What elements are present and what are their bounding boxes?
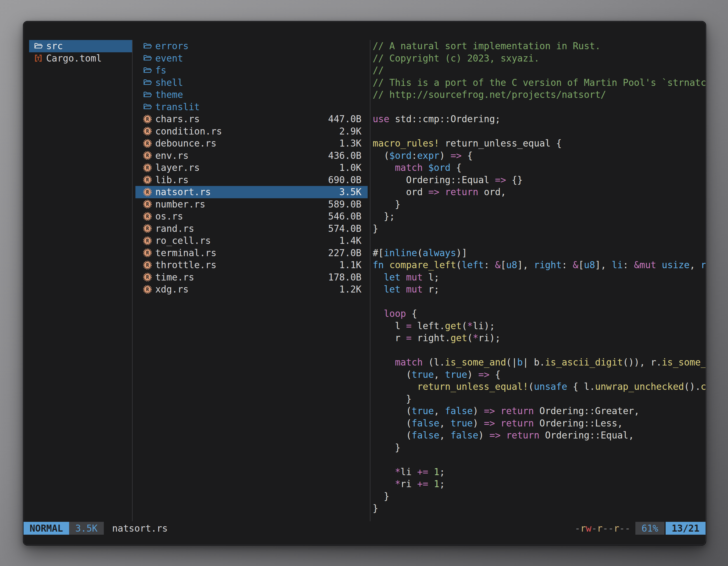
scroll-percent-badge: 61% — [635, 522, 664, 535]
file-row-natsort.rs[interactable]: Rnatsort.rs3.5K — [135, 186, 368, 198]
rust-icon: R — [143, 248, 152, 258]
code-line: return_unless_equal!(unsafe { l.unwrap_u… — [373, 380, 706, 393]
file-row-event[interactable]: event — [135, 52, 368, 65]
cursor-position-badge: 13/21 — [666, 522, 706, 535]
code-line: (false, false) => return Ordering::Equal… — [373, 429, 706, 441]
file-size: 178.0B — [328, 272, 361, 283]
status-bar-left: NORMAL 3.5K natsort.rs — [24, 522, 168, 535]
rust-icon: R — [143, 175, 152, 185]
code-line: } — [373, 393, 706, 405]
file-name: event — [155, 53, 359, 64]
code-line: // — [373, 64, 706, 77]
svg-text:R: R — [146, 116, 149, 122]
file-row-fs[interactable]: fs — [135, 64, 368, 77]
file-name: time.rs — [155, 272, 326, 283]
svg-text:R: R — [146, 128, 149, 134]
folder-open-icon — [143, 102, 152, 112]
file-preview-pane[interactable]: // A natural sort implementation in Rust… — [373, 40, 706, 520]
file-row-os.rs[interactable]: Ros.rs546.0B — [135, 210, 368, 223]
yazi-file-manager-window: srcCargo.toml errorseventfsshellthemetra… — [23, 21, 706, 546]
file-permissions: -rw-r--r-- — [575, 523, 630, 534]
status-bar-right: -rw-r--r-- 61% 13/21 — [575, 522, 706, 535]
pane-separator — [132, 40, 133, 521]
file-name: natsort.rs — [155, 187, 337, 198]
code-line — [373, 125, 706, 138]
file-size: 1.3K — [339, 138, 361, 149]
rust-icon: R — [143, 285, 152, 294]
rust-icon: R — [143, 139, 152, 148]
file-row-ro_cell.rs[interactable]: Rro_cell.rs1.4K — [135, 235, 368, 247]
file-row-lib.rs[interactable]: Rlib.rs690.0B — [135, 174, 368, 186]
rust-icon: R — [143, 151, 152, 160]
file-name: chars.rs — [155, 114, 326, 125]
code-line: let mut r; — [373, 283, 706, 295]
file-row-chars.rs[interactable]: Rchars.rs447.0B — [135, 113, 368, 125]
svg-text:R: R — [146, 286, 149, 292]
file-row-number.rs[interactable]: Rnumber.rs589.0B — [135, 198, 368, 211]
file-name: Cargo.toml — [46, 53, 102, 64]
code-line — [373, 235, 706, 247]
code-line: match $ord { — [373, 162, 706, 174]
code-line: } — [373, 198, 706, 211]
file-row-throttle.rs[interactable]: Rthrottle.rs1.1K — [135, 259, 368, 271]
file-row-shell[interactable]: shell — [135, 77, 368, 89]
svg-text:R: R — [146, 214, 149, 219]
rust-icon: R — [143, 187, 152, 197]
file-row-translit[interactable]: translit — [135, 101, 368, 113]
svg-text:R: R — [146, 141, 149, 146]
code-line: // Copyright (c) 2023, sxyazi. — [373, 52, 706, 65]
file-name: xdg.rs — [155, 284, 337, 295]
code-line: loop { — [373, 307, 706, 320]
code-line: l = left.get(*li); — [373, 320, 706, 332]
mode-badge: NORMAL — [24, 522, 69, 535]
code-line: ord => return ord, — [373, 186, 706, 198]
folder-open-icon — [143, 66, 152, 75]
current-directory-pane[interactable]: errorseventfsshellthemetranslitRchars.rs… — [135, 40, 368, 295]
file-row-errors[interactable]: errors — [135, 40, 368, 52]
code-line: *li += 1; — [373, 466, 706, 478]
file-row-terminal.rs[interactable]: Rterminal.rs227.0B — [135, 247, 368, 259]
file-row-env.rs[interactable]: Renv.rs436.0B — [135, 150, 368, 162]
code-line: r = right.get(*ri); — [373, 332, 706, 344]
file-name: env.rs — [155, 150, 326, 161]
parent-item-src[interactable]: src — [29, 40, 132, 52]
file-row-time.rs[interactable]: Rtime.rs178.0B — [135, 271, 368, 283]
svg-text:R: R — [146, 226, 149, 231]
file-name: throttle.rs — [155, 260, 337, 271]
file-row-xdg.rs[interactable]: Rxdg.rs1.2K — [135, 283, 368, 295]
file-row-rand.rs[interactable]: Rrand.rs574.0B — [135, 223, 368, 235]
rust-icon: R — [143, 126, 152, 136]
file-name: ro_cell.rs — [155, 235, 337, 246]
rust-icon: R — [143, 236, 152, 246]
file-size: 227.0B — [328, 248, 361, 259]
code-line: // http://sourcefrog.net/projects/natsor… — [373, 89, 706, 101]
file-row-layer.rs[interactable]: Rlayer.rs1.0K — [135, 162, 368, 174]
code-line: ($ord:expr) => { — [373, 150, 706, 162]
file-name: layer.rs — [155, 162, 337, 173]
file-name: errors — [155, 41, 359, 51]
code-line: use std::cmp::Ordering; — [373, 113, 706, 125]
file-row-debounce.rs[interactable]: Rdebounce.rs1.3K — [135, 137, 368, 150]
status-bar: NORMAL 3.5K natsort.rs -rw-r--r-- 61% 13… — [24, 522, 706, 535]
parent-directory-pane[interactable]: srcCargo.toml — [29, 40, 132, 64]
file-name: condition.rs — [155, 126, 337, 137]
code-line: fn compare_left(left: &[u8], right: &[u8… — [373, 259, 706, 271]
code-line — [373, 454, 706, 466]
file-name: translit — [155, 102, 359, 112]
pane-separator — [370, 40, 370, 521]
svg-text:R: R — [146, 153, 149, 158]
file-size: 3.5K — [339, 187, 361, 198]
parent-item-Cargo.toml[interactable]: Cargo.toml — [29, 52, 132, 65]
file-size: 436.0B — [328, 150, 361, 161]
rust-icon: R — [143, 273, 152, 282]
rust-icon: R — [143, 212, 152, 221]
file-name: terminal.rs — [155, 248, 326, 259]
folder-open-icon — [143, 53, 152, 63]
file-name: debounce.rs — [155, 138, 337, 149]
code-line: *ri += 1; — [373, 478, 706, 490]
code-line: (false, true) => return Ordering::Less, — [373, 417, 706, 429]
file-row-condition.rs[interactable]: Rcondition.rs2.9K — [135, 125, 368, 138]
code-line: (true, false) => return Ordering::Greate… — [373, 405, 706, 417]
code-line: } — [373, 490, 706, 502]
file-row-theme[interactable]: theme — [135, 89, 368, 101]
